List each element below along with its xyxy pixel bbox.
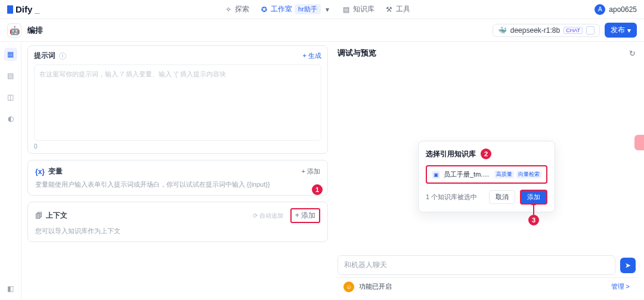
annotation-arrow — [533, 204, 534, 215]
brand-underscore: _ — [35, 4, 39, 14]
add-context-button[interactable]: + 添加 — [290, 208, 320, 223]
info-icon[interactable]: i — [59, 52, 66, 60]
app-avatar-icon: 🤖 — [7, 23, 21, 38]
footer-status: 功能已开启 — [359, 282, 392, 291]
sliders-icon[interactable] — [586, 26, 595, 35]
selected-count: 1 个知识库被选中 — [426, 193, 484, 202]
rail-more[interactable]: ◐ — [4, 112, 17, 125]
side-handle[interactable] — [634, 135, 644, 150]
dialog-title: 选择引用知识库 — [426, 149, 476, 159]
footer-manage-link[interactable]: 管理 > — [611, 282, 630, 291]
nav-tools[interactable]: ⚒ 工具 — [385, 4, 410, 14]
model-selector[interactable]: 🐳 deepseek-r1:8b CHAT — [493, 24, 600, 37]
side-rail: ▦ ▤ ◫ ◐ ◧ — [0, 42, 21, 300]
robot-icon: ✪ — [260, 5, 268, 14]
confirm-add-button[interactable]: 添加 3 — [520, 190, 547, 205]
select-knowledge-dialog: 选择引用知识库 2 ▣ 员工手册_tm.pdf... 高质量 向量检索 1 个知… — [418, 141, 555, 212]
kb-tag-vector: 向量检索 — [516, 171, 541, 178]
kb-tag-quality: 高质量 — [494, 171, 514, 178]
model-name: deepseek-r1:8b — [510, 26, 560, 35]
rail-analytics[interactable]: ◫ — [4, 91, 17, 104]
variable-icon: {x} — [35, 168, 45, 176]
rail-collapse[interactable]: ◧ — [4, 282, 17, 295]
auto-append-toggle[interactable]: ⟳ 自动追加 — [253, 212, 283, 220]
generate-prompt-button[interactable]: + 生成 — [303, 51, 321, 60]
send-button[interactable]: ➤ — [620, 258, 636, 273]
nav-knowledge[interactable]: ▤ 知识库 — [342, 4, 374, 14]
book-icon: ▤ — [342, 5, 351, 14]
context-title: 上下文 — [46, 211, 67, 221]
knowledge-name: 员工手册_tm.pdf... — [444, 170, 491, 179]
nav-workspace[interactable]: ✪ 工作室 hr助手 ▾ — [260, 4, 332, 14]
debug-title: 调试与预览 — [338, 48, 376, 58]
chat-input[interactable]: 和机器人聊天 — [338, 255, 615, 275]
chevron-down-icon[interactable]: ▾ — [323, 5, 332, 14]
avatar: A — [595, 4, 605, 15]
prompt-textarea[interactable]: 在这里写你的提示词，输入 '/' 插入变量、输入 '{' 插入提示内容块 — [34, 64, 321, 141]
status-icon: ☺ — [343, 282, 354, 292]
char-count: 0 — [34, 143, 321, 150]
annotation-3: 3 — [528, 215, 539, 225]
prompt-card: 提示词 i + 生成 在这里写你的提示词，输入 '/' 插入变量、输入 '{' … — [27, 45, 328, 154]
app-name-pill[interactable]: hr助手 — [295, 4, 321, 14]
reload-button[interactable]: ↻ — [629, 49, 636, 58]
context-icon: 🗐 — [35, 212, 42, 220]
publish-button[interactable]: 发布 ▾ — [605, 23, 637, 38]
brand-name: Dify — [16, 4, 32, 14]
context-card: 1 🗐 上下文 ⟳ 自动追加 + 添加 您可以导入知识库作为上下文 — [27, 202, 328, 242]
variables-title: 变量 — [48, 166, 63, 177]
variables-card: {x} 变量 + 添加 变量能使用户输入表单引入提示词或开场白，你可以试试在提示… — [27, 160, 328, 196]
chat-placeholder: 和机器人聊天 — [344, 261, 387, 269]
chevron-down-icon: ▾ — [627, 26, 631, 35]
folder-icon: ▣ — [432, 171, 440, 179]
cancel-button[interactable]: 取消 — [489, 190, 515, 204]
prompt-placeholder: 在这里写你的提示词，输入 '/' 插入变量、输入 '{' 插入提示内容块 — [39, 70, 226, 78]
logo-mark-icon — [7, 5, 13, 14]
rail-logs[interactable]: ▤ — [4, 69, 17, 82]
tool-icon: ⚒ — [385, 5, 394, 14]
prompt-title: 提示词 — [34, 51, 55, 61]
rail-orchestrate[interactable]: ▦ — [4, 48, 17, 61]
username: apo0625 — [609, 5, 637, 14]
compass-icon: ✧ — [224, 5, 233, 14]
annotation-1: 1 — [312, 184, 323, 195]
context-desc: 您可以导入知识库作为上下文 — [35, 227, 320, 236]
annotation-2: 2 — [481, 149, 491, 159]
knowledge-item[interactable]: ▣ 员工手册_tm.pdf... 高质量 向量检索 — [426, 165, 547, 184]
chat-mode-tag: CHAT — [564, 27, 583, 34]
add-variable-button[interactable]: + 添加 — [302, 167, 320, 176]
user-menu[interactable]: A apo0625 — [595, 4, 637, 15]
variables-desc: 变量能使用户输入表单引入提示词或开场白，你可以试试在提示词中输入 {{input… — [35, 180, 320, 189]
nav-explore[interactable]: ✧ 探索 — [224, 4, 249, 14]
page-title: 编排 — [27, 25, 43, 36]
brand-logo[interactable]: Dify_ — [7, 4, 40, 14]
model-provider-icon: 🐳 — [498, 26, 507, 35]
